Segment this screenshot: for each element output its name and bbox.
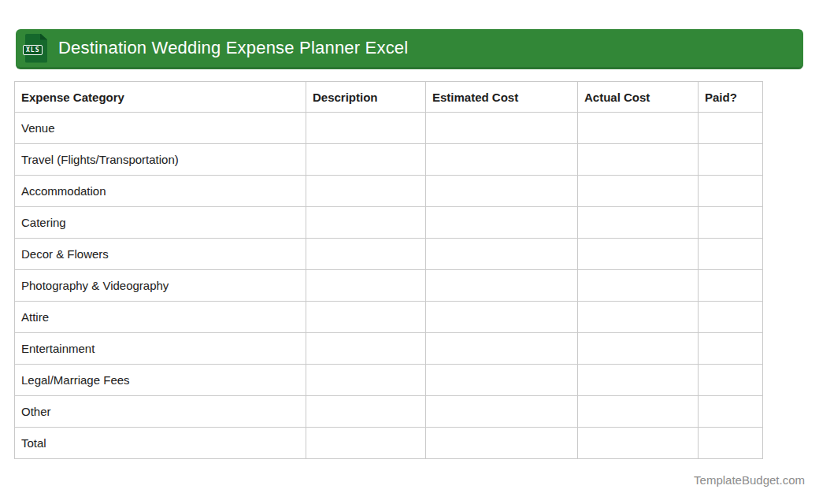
table-row: Legal/Marriage Fees — [15, 365, 763, 396]
estimated-cost-cell — [426, 176, 578, 207]
description-cell — [306, 239, 426, 270]
category-cell: Decor & Flowers — [15, 239, 306, 270]
xls-file-icon: XLS — [25, 34, 47, 63]
description-cell — [306, 176, 426, 207]
estimated-cost-cell — [426, 239, 578, 270]
paid-cell — [699, 176, 763, 207]
table-row: Other — [15, 396, 763, 428]
category-cell: Entertainment — [15, 333, 306, 365]
category-cell: Travel (Flights/Transportation) — [15, 144, 306, 176]
table-row: Accommodation — [15, 176, 763, 207]
category-cell: Attire — [15, 302, 306, 333]
category-cell: Venue — [15, 113, 306, 144]
description-cell — [306, 270, 426, 302]
actual-cost-cell — [578, 207, 699, 239]
paid-cell — [699, 113, 763, 144]
column-header-actual-cost: Actual Cost — [578, 82, 699, 113]
paid-cell — [699, 428, 763, 459]
estimated-cost-cell — [426, 144, 578, 176]
expense-table-body: VenueTravel (Flights/Transportation)Acco… — [15, 113, 763, 459]
category-cell: Other — [15, 396, 306, 428]
table-row: Photography & Videography — [15, 270, 763, 302]
description-cell — [306, 207, 426, 239]
footer: TemplateBudget.com — [694, 473, 805, 487]
page-title: Destination Wedding Expense Planner Exce… — [58, 38, 408, 58]
paid-cell — [699, 239, 763, 270]
expense-table: Expense Category Description Estimated C… — [14, 81, 763, 459]
category-cell: Photography & Videography — [15, 270, 306, 302]
xls-badge: XLS — [23, 45, 43, 55]
estimated-cost-cell — [426, 333, 578, 365]
actual-cost-cell — [578, 302, 699, 333]
paid-cell — [699, 207, 763, 239]
column-header-expense-category: Expense Category — [15, 82, 306, 113]
table-row: Venue — [15, 113, 763, 144]
estimated-cost-cell — [426, 365, 578, 396]
table-row: Entertainment — [15, 333, 763, 365]
estimated-cost-cell — [426, 113, 578, 144]
actual-cost-cell — [578, 113, 699, 144]
table-row: Total — [15, 428, 763, 459]
description-cell — [306, 144, 426, 176]
column-header-estimated-cost: Estimated Cost — [426, 82, 578, 113]
actual-cost-cell — [578, 144, 699, 176]
estimated-cost-cell — [426, 428, 578, 459]
column-header-paid: Paid? — [699, 82, 763, 113]
estimated-cost-cell — [426, 396, 578, 428]
paid-cell — [699, 333, 763, 365]
estimated-cost-cell — [426, 302, 578, 333]
actual-cost-cell — [578, 428, 699, 459]
table-row: Travel (Flights/Transportation) — [15, 144, 763, 176]
table-row: Catering — [15, 207, 763, 239]
actual-cost-cell — [578, 396, 699, 428]
brand-watermark: TemplateBudget.com — [694, 473, 805, 487]
table-header-row: Expense Category Description Estimated C… — [15, 82, 763, 113]
actual-cost-cell — [578, 270, 699, 302]
paid-cell — [699, 365, 763, 396]
category-cell: Legal/Marriage Fees — [15, 365, 306, 396]
category-cell: Catering — [15, 207, 306, 239]
actual-cost-cell — [578, 333, 699, 365]
paid-cell — [699, 270, 763, 302]
description-cell — [306, 302, 426, 333]
description-cell — [306, 428, 426, 459]
actual-cost-cell — [578, 176, 699, 207]
actual-cost-cell — [578, 239, 699, 270]
description-cell — [306, 396, 426, 428]
estimated-cost-cell — [426, 207, 578, 239]
description-cell — [306, 365, 426, 396]
category-cell: Total — [15, 428, 306, 459]
actual-cost-cell — [578, 365, 699, 396]
table-row: Decor & Flowers — [15, 239, 763, 270]
table-row: Attire — [15, 302, 763, 333]
description-cell — [306, 113, 426, 144]
column-header-description: Description — [306, 82, 426, 113]
paid-cell — [699, 396, 763, 428]
estimated-cost-cell — [426, 270, 578, 302]
category-cell: Accommodation — [15, 176, 306, 207]
paid-cell — [699, 144, 763, 176]
paid-cell — [699, 302, 763, 333]
description-cell — [306, 333, 426, 365]
title-banner: XLS Destination Wedding Expense Planner … — [16, 29, 803, 69]
